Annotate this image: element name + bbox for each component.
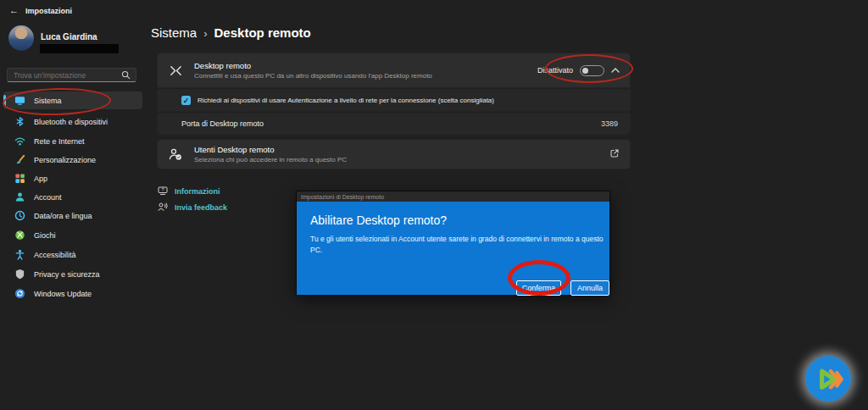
- search-input[interactable]: [8, 71, 121, 80]
- sidebar-item-label: Rete e Internet: [34, 137, 85, 146]
- sidebar-item-accessibilita[interactable]: Accessibilità: [3, 246, 142, 263]
- sidebar-item-label: App: [34, 175, 47, 183]
- redacted-email: [40, 44, 119, 53]
- page-title: Desktop remoto: [214, 25, 311, 40]
- svg-text:?: ?: [161, 187, 164, 192]
- shield-icon: [14, 269, 25, 280]
- xbox-icon: [14, 230, 25, 241]
- remote-desktop-subtitle: Connettiti e usa questo PC da un altro d…: [194, 72, 432, 80]
- user-check-icon: [169, 147, 182, 161]
- dialog-title: Abilitare Desktop remoto?: [310, 213, 596, 227]
- sidebar-item-label: Giochi: [34, 231, 56, 240]
- breadcrumb-separator-icon: ›: [203, 27, 207, 40]
- cancel-button[interactable]: Annulla: [570, 280, 609, 296]
- link-label: Informazioni: [175, 187, 220, 196]
- dialog-message: Tu e gli utenti selezionati in Account u…: [310, 234, 607, 256]
- port-label: Porta di Desktop remoto: [181, 119, 264, 128]
- link-label: Invia feedback: [175, 203, 227, 212]
- sidebar-item-giochi[interactable]: Giochi: [3, 226, 142, 244]
- selected-accent-bar: [3, 95, 6, 106]
- clock-icon: [14, 210, 25, 221]
- sidebar-item-bluetooth[interactable]: Bluetooth e dispositivi: [3, 113, 142, 130]
- link-invia-feedback[interactable]: Invia feedback: [158, 200, 227, 215]
- confirm-button[interactable]: Conferma: [516, 280, 561, 296]
- sidebar-item-personalizzazione[interactable]: Personalizzazione: [3, 151, 142, 169]
- user-name: Luca Giardina: [41, 32, 97, 42]
- logo-icon: [810, 360, 847, 397]
- sidebar-item-label: Personalizzazione: [34, 156, 96, 164]
- sidebar-item-privacy[interactable]: Privacy e sicurezza: [3, 265, 142, 283]
- search-icon: [121, 70, 131, 80]
- toggle-status-label: Disattivato: [537, 66, 573, 75]
- watermark-logo: [805, 356, 851, 402]
- breadcrumb: Sistema › Desktop remoto: [151, 25, 311, 40]
- sidebar-item-data-ora[interactable]: Data/ora e lingua: [3, 207, 142, 224]
- nla-checkbox[interactable]: ✓: [181, 96, 191, 105]
- info-icon: ?: [158, 184, 168, 199]
- nla-label: Richiedi ai dispositivi di usare Autenti…: [198, 97, 494, 104]
- link-informazioni[interactable]: ? Informazioni: [158, 184, 220, 199]
- sidebar-item-label: Sistema: [34, 97, 62, 105]
- chevron-up-icon[interactable]: [611, 68, 620, 73]
- dialog-window-title: Impostazioni di Desktop remoto: [301, 194, 384, 200]
- apps-icon: [14, 173, 25, 184]
- dialog-titlebar: Impostazioni di Desktop remoto: [297, 191, 609, 202]
- nla-row: ✓ Richiedi ai dispositivi di usare Auten…: [157, 89, 631, 112]
- users-subtitle: Seleziona chi può accedere in remoto a q…: [194, 156, 347, 163]
- breadcrumb-parent[interactable]: Sistema: [151, 25, 197, 40]
- remote-desktop-users-row[interactable]: Utenti Desktop remoto Seleziona chi può …: [157, 139, 631, 169]
- remote-desktop-expander[interactable]: Desktop remoto Connettiti e usa questo P…: [157, 53, 631, 88]
- accessibility-icon: [14, 249, 25, 260]
- avatar[interactable]: [8, 25, 34, 51]
- person-icon: [14, 191, 25, 202]
- search-box: [7, 68, 136, 82]
- sidebar-item-label: Privacy e sicurezza: [34, 270, 100, 279]
- remote-desktop-dialog: Impostazioni di Desktop remoto Abilitare…: [296, 191, 610, 295]
- port-row: Porta di Desktop remoto 3389: [157, 113, 631, 135]
- remote-desktop-toggle[interactable]: [580, 65, 604, 76]
- brush-icon: [14, 154, 25, 165]
- sidebar-item-rete[interactable]: Rete e Internet: [3, 132, 142, 150]
- sidebar-item-label: Bluetooth e dispositivi: [34, 118, 108, 126]
- toggle-knob: [582, 68, 588, 74]
- update-icon: [14, 288, 25, 299]
- monitor-icon: [14, 95, 25, 106]
- app-title: Impostazioni: [25, 7, 72, 15]
- remote-desktop-title: Desktop remoto: [194, 61, 432, 70]
- sidebar-item-app[interactable]: App: [3, 169, 142, 187]
- external-link-icon: [609, 147, 620, 162]
- sidebar-item-sistema[interactable]: Sistema: [3, 91, 142, 109]
- settings-window: ← Impostazioni Luca Giardina Sistema Blu…: [0, 0, 868, 410]
- bluetooth-icon: [14, 116, 25, 127]
- sidebar-item-account[interactable]: Account: [3, 188, 142, 206]
- dialog-body: Abilitare Desktop remoto? Tu e gli utent…: [297, 202, 609, 295]
- sidebar-item-windows-update[interactable]: Windows Update: [3, 285, 142, 302]
- sidebar-item-label: Windows Update: [34, 290, 92, 298]
- sidebar-item-label: Accessibilità: [34, 251, 76, 259]
- port-value: 3389: [601, 119, 630, 128]
- users-title: Utenti Desktop remoto: [194, 145, 347, 154]
- sidebar-item-label: Data/ora e lingua: [34, 212, 92, 220]
- back-icon[interactable]: ←: [9, 5, 19, 15]
- wifi-icon: [14, 136, 25, 147]
- feedback-icon: [158, 200, 168, 215]
- sidebar-item-label: Account: [34, 193, 62, 202]
- remote-desktop-icon: [169, 64, 182, 77]
